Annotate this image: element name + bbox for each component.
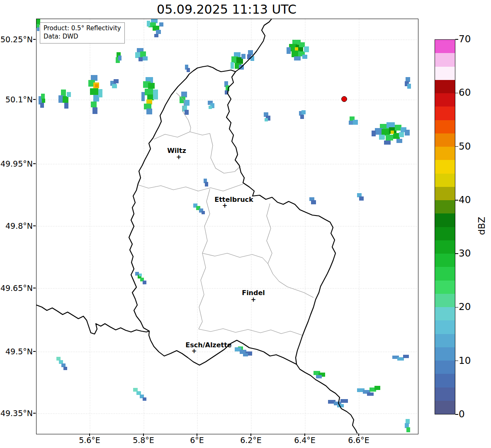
- colorbar-segment: [435, 40, 455, 53]
- colorbar-segment: [435, 307, 455, 320]
- x-tick-mark: [358, 433, 359, 436]
- colorbar-tick-label: 10: [459, 355, 471, 366]
- y-tick-label: 50.1°N: [0, 95, 33, 104]
- x-tick-mark: [250, 433, 251, 436]
- colorbar-segment: [435, 374, 455, 387]
- colorbar-segment: [435, 147, 455, 160]
- colorbar-segment: [435, 160, 455, 173]
- colorbar-segment: [435, 254, 455, 267]
- colorbar-segment: [435, 294, 455, 307]
- colorbar-segment: [435, 200, 455, 213]
- y-tick-label: 49.65°N: [0, 283, 33, 293]
- y-tick-label: 49.95°N: [0, 159, 33, 168]
- colorbar-tick-mark: [455, 146, 458, 147]
- colorbar-segment: [435, 67, 455, 80]
- y-tick-mark: [33, 163, 36, 164]
- city-label: Wiltz: [167, 147, 186, 155]
- colorbar-tick-label: 50: [459, 141, 471, 152]
- x-tick-label: 6.2°E: [234, 436, 267, 445]
- x-tick-label: 6.4°E: [288, 436, 321, 445]
- colorbar-tick-mark: [455, 361, 458, 361]
- colorbar-tick-label: 0: [459, 409, 465, 419]
- y-tick-label: 49.5°N: [0, 347, 33, 356]
- colorbar: [435, 39, 455, 414]
- y-tick-mark: [33, 99, 36, 99]
- radar-figure: 05.09.2025 11:13 UTC +Wiltz+Ettelbruck+F…: [0, 0, 491, 448]
- city-label: Findel: [242, 289, 265, 297]
- y-tick-label: 49.35°N: [0, 409, 33, 418]
- colorbar-segment: [435, 267, 455, 280]
- colorbar-segment: [435, 281, 455, 294]
- colorbar-segment: [435, 174, 455, 187]
- city-label: Ettelbruck: [214, 196, 253, 203]
- colorbar-segment: [435, 227, 455, 240]
- x-tick-mark: [89, 433, 90, 436]
- colorbar-segment: [435, 334, 455, 347]
- colorbar-tick-mark: [455, 200, 458, 201]
- colorbar-segment: [435, 53, 455, 66]
- colorbar-tick-mark: [455, 39, 458, 40]
- colorbar-segment: [435, 361, 455, 374]
- data-source-line: Data: DWD: [44, 32, 121, 41]
- colorbar-unit-label: dBZ: [476, 217, 487, 235]
- colorbar-segment: [435, 80, 455, 93]
- colorbar-segment: [435, 93, 455, 107]
- colorbar-tick-mark: [455, 307, 458, 308]
- colorbar-tick-label: 20: [459, 301, 471, 312]
- product-info-box: Product: 0.5° Reflectivity Data: DWD: [40, 22, 125, 44]
- x-tick-mark: [143, 433, 143, 436]
- colorbar-segment: [435, 347, 455, 361]
- colorbar-segment: [435, 387, 455, 401]
- y-tick-label: 49.8°N: [0, 221, 33, 230]
- y-tick-mark: [33, 225, 36, 226]
- colorbar-tick-label: 30: [459, 248, 471, 259]
- colorbar-tick-mark: [455, 414, 458, 415]
- city-cross-icon: +: [251, 296, 256, 303]
- city-label: Esch/Alzette: [185, 341, 231, 349]
- colorbar-segment: [435, 320, 455, 334]
- colorbar-tick-label: 70: [459, 34, 471, 44]
- colorbar-tick-label: 60: [459, 87, 471, 98]
- colorbar-segment: [435, 133, 455, 147]
- colorbar-tick-mark: [455, 253, 458, 254]
- product-line: Product: 0.5° Reflectivity: [44, 24, 121, 32]
- colorbar-segment: [435, 107, 455, 120]
- x-tick-mark: [197, 433, 197, 436]
- colorbar-tick-mark: [455, 93, 458, 94]
- radar-site-marker: [341, 96, 347, 102]
- x-tick-mark: [304, 433, 305, 436]
- colorbar-segment: [435, 213, 455, 227]
- y-tick-mark: [33, 288, 36, 288]
- y-tick-mark: [33, 39, 36, 39]
- colorbar-segment: [435, 187, 455, 200]
- y-tick-mark: [33, 413, 36, 413]
- x-tick-label: 5.8°E: [127, 436, 160, 445]
- city-layer: +Wiltz+Ettelbruck+Findel+Esch/Alzette: [36, 19, 418, 433]
- colorbar-segment: [435, 401, 455, 414]
- colorbar-segment: [435, 240, 455, 254]
- map-plot: +Wiltz+Ettelbruck+Findel+Esch/Alzette Pr…: [36, 19, 418, 434]
- y-tick-label: 50.25°N: [0, 35, 33, 44]
- x-tick-label: 6°E: [180, 436, 214, 445]
- colorbar-tick-label: 40: [459, 194, 471, 205]
- colorbar-segment: [435, 120, 455, 133]
- x-tick-label: 6.6°E: [342, 436, 375, 445]
- y-tick-mark: [33, 351, 36, 351]
- x-tick-label: 5.6°E: [73, 436, 106, 445]
- plot-title: 05.09.2025 11:13 UTC: [36, 2, 417, 17]
